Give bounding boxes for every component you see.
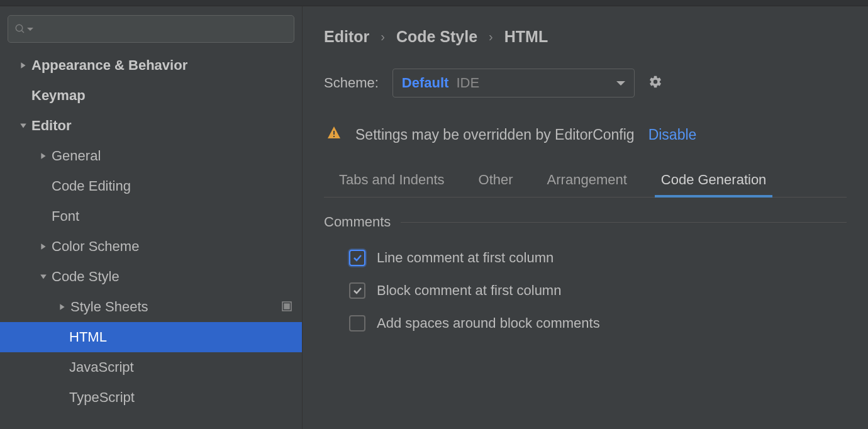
chevron-spacer	[35, 213, 52, 220]
sidebar-item-label: JavaScript	[69, 359, 134, 376]
editorconfig-warning: Settings may be overridden by EditorConf…	[324, 125, 847, 144]
disable-link[interactable]: Disable	[648, 126, 697, 143]
sidebar-item-label: Color Scheme	[52, 238, 139, 255]
chevron-down-icon	[15, 122, 31, 130]
sidebar-item-code-editing[interactable]: Code Editing	[0, 171, 302, 201]
sidebar-item-label: TypeScript	[69, 389, 135, 406]
title-bar	[0, 0, 868, 6]
breadcrumb-html[interactable]: HTML	[504, 28, 548, 46]
svg-rect-4	[333, 131, 335, 135]
sidebar-item-style-sheets[interactable]: Style Sheets	[0, 292, 302, 322]
chevron-right-icon	[35, 152, 52, 160]
scheme-row: Scheme: Default IDE	[324, 69, 847, 98]
scheme-select[interactable]: Default IDE	[392, 69, 635, 98]
sidebar-item-label: Font	[52, 208, 79, 225]
svg-point-0	[16, 25, 23, 31]
breadcrumb-sep: ›	[489, 30, 493, 44]
sidebar-item-editor[interactable]: Editor	[0, 111, 302, 141]
sidebar-item-label: Appearance & Behavior	[31, 57, 187, 74]
scheme-name: Default	[402, 75, 449, 91]
checkbox-line-comment-first-column[interactable]: Line comment at first column	[324, 242, 847, 274]
sidebar-item-color-scheme[interactable]: Color Scheme	[0, 231, 302, 262]
sidebar-item-label: Code Editing	[52, 178, 131, 194]
breadcrumb-code-style[interactable]: Code Style	[396, 28, 477, 46]
svg-rect-3	[284, 304, 289, 309]
scheme-label: Scheme:	[324, 75, 379, 91]
checkbox-icon[interactable]	[349, 250, 365, 266]
chevron-right-icon	[15, 62, 31, 69]
tab-tabs-indents[interactable]: Tabs and Indents	[337, 165, 447, 197]
chevron-spacer	[35, 182, 52, 190]
gear-icon[interactable]	[648, 75, 662, 91]
search-input[interactable]	[8, 15, 294, 43]
svg-line-1	[21, 30, 24, 33]
checkbox-block-comment-first-column[interactable]: Block comment at first column	[324, 274, 847, 307]
sidebar-item-label: Editor	[31, 118, 72, 134]
checkbox-label: Add spaces around block comments	[377, 315, 600, 332]
sidebar-item-label: Keymap	[31, 87, 86, 104]
sidebar: Appearance & Behavior Keymap Editor Gene…	[0, 6, 303, 429]
breadcrumb: Editor › Code Style › HTML	[324, 28, 847, 46]
sidebar-item-label: General	[52, 148, 101, 164]
sidebar-item-label: Code Style	[52, 269, 120, 285]
content-panel: Editor › Code Style › HTML Scheme: Defau…	[303, 6, 868, 429]
sidebar-item-keymap[interactable]: Keymap	[0, 81, 302, 111]
chevron-right-icon	[35, 243, 52, 250]
sidebar-item-label: HTML	[69, 329, 107, 345]
sidebar-item-font[interactable]: Font	[0, 201, 302, 231]
svg-rect-5	[333, 136, 335, 137]
tab-code-generation[interactable]: Code Generation	[659, 165, 769, 197]
scope-icon	[282, 299, 292, 315]
search-field[interactable]	[36, 22, 287, 36]
breadcrumb-sep: ›	[381, 30, 385, 44]
sidebar-item-general[interactable]: General	[0, 141, 302, 171]
chevron-right-icon	[54, 303, 70, 311]
sidebar-item-code-style[interactable]: Code Style	[0, 262, 302, 292]
sidebar-item-typescript[interactable]: TypeScript	[0, 382, 302, 413]
sidebar-item-label: Style Sheets	[70, 299, 148, 315]
section-comments: Comments	[324, 214, 847, 230]
checkbox-icon[interactable]	[349, 315, 365, 332]
section-divider	[401, 222, 847, 223]
section-label: Comments	[324, 214, 391, 230]
search-icon	[14, 23, 26, 35]
sidebar-item-appearance[interactable]: Appearance & Behavior	[0, 50, 302, 81]
checkbox-label: Line comment at first column	[377, 250, 554, 266]
sidebar-item-html[interactable]: HTML	[0, 322, 302, 352]
checkbox-spaces-around-block-comments[interactable]: Add spaces around block comments	[324, 307, 847, 340]
scheme-sublabel: IDE	[456, 75, 479, 91]
breadcrumb-editor[interactable]: Editor	[324, 28, 369, 46]
chevron-down-icon[interactable]	[27, 28, 33, 31]
warning-text: Settings may be overridden by EditorConf…	[355, 126, 635, 143]
chevron-down-icon	[35, 273, 52, 281]
main-container: Appearance & Behavior Keymap Editor Gene…	[0, 6, 868, 429]
tab-other[interactable]: Other	[476, 165, 516, 197]
tab-arrangement[interactable]: Arrangement	[545, 165, 630, 197]
warning-icon	[326, 125, 342, 144]
tabs: Tabs and Indents Other Arrangement Code …	[324, 165, 847, 198]
checkbox-icon[interactable]	[349, 282, 365, 299]
chevron-down-icon	[616, 81, 625, 86]
checkbox-label: Block comment at first column	[377, 282, 561, 299]
sidebar-item-javascript[interactable]: JavaScript	[0, 352, 302, 382]
chevron-spacer	[15, 92, 31, 99]
